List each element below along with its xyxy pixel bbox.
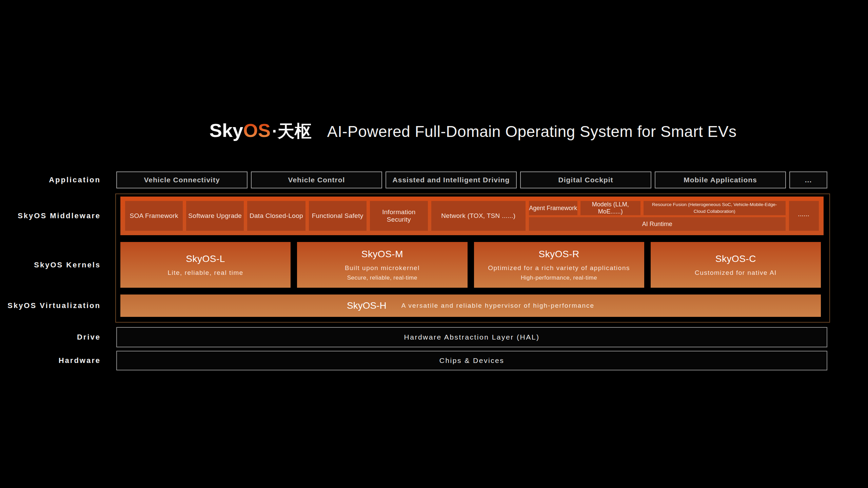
hardware-chips-devices-box: Chips & Devices [116, 351, 827, 370]
kernels-layer-row: SkyOS-L Lite, reliable, real time SkyOS-… [120, 242, 821, 288]
app-box-assisted-intelligent-driving: Assisted and Intelligent Driving [386, 171, 517, 188]
kernel-description: Customized for native AI [695, 269, 777, 277]
title-subtitle: AI-Powered Full-Domain Operating System … [327, 122, 737, 141]
middleware-functional-safety: Functional Safety [309, 201, 367, 231]
app-box-vehicle-connectivity: Vehicle Connectivity [116, 171, 248, 188]
kernel-name: SkyOS-C [715, 253, 756, 264]
middleware-software-upgrade: Software Upgrade [186, 201, 244, 231]
middleware-resource-fusion: Resource Fusion (Heterogeneous SoC, Vehi… [644, 201, 786, 215]
middleware-models: Models (LLM, MoE......) [580, 201, 640, 215]
logo-os-text: OS [243, 119, 271, 141]
kernel-skyos-l: SkyOS-L Lite, reliable, real time [120, 242, 291, 288]
application-layer-row: Vehicle Connectivity Vehicle Control Ass… [116, 171, 827, 188]
kernel-skyos-r: SkyOS-R Optimized for a rich variety of … [474, 242, 644, 288]
middleware-data-closed-loop: Data Closed-Loop [247, 201, 305, 231]
middleware-ai-runtime: AI Runtime [529, 217, 786, 231]
kernel-description-2: High-performance, real-time [521, 274, 597, 281]
kernel-description: Built upon microkernel [345, 264, 420, 272]
layer-label-virtualization: SkyOS Virtualization [0, 294, 101, 317]
virtualization-name: SkyOS-H [347, 300, 387, 311]
virtualization-description: A versatile and reliable hypervisor of h… [401, 302, 594, 309]
kernel-description: Lite, reliable, real time [167, 269, 243, 277]
app-box-vehicle-control: Vehicle Control [251, 171, 382, 188]
layer-label-middleware: SkyOS Middleware [0, 197, 101, 235]
drive-hal-box: Hardware Abstraction Layer (HAL) [116, 327, 827, 347]
kernel-skyos-c: SkyOS-C Customized for native AI [651, 242, 821, 288]
middleware-layer-bar: SOA Framework Software Upgrade Data Clos… [120, 197, 824, 235]
skyos-architecture-diagram: Sky OS ·天枢 AI-Powered Full-Domain Operat… [0, 0, 868, 488]
app-box-mobile-applications: Mobile Applications [655, 171, 786, 188]
kernel-name: SkyOS-L [186, 253, 225, 264]
layer-label-hardware: Hardware [0, 351, 101, 370]
virtualization-layer-bar: SkyOS-H A versatile and reliable hypervi… [120, 294, 821, 317]
logo-chinese-text: ·天枢 [272, 120, 312, 143]
page-title: Sky OS ·天枢 AI-Powered Full-Domain Operat… [116, 119, 830, 143]
kernel-description-2: Secure, reliable, real-time [347, 274, 417, 281]
layer-label-kernels: SkyOS Kernels [0, 242, 101, 288]
kernel-name: SkyOS-R [539, 249, 579, 260]
middleware-more-ellipsis: ······ [789, 201, 819, 231]
middleware-information-security: Information Security [370, 201, 428, 231]
middleware-agent-framework: Agent Framework [529, 201, 577, 215]
logo-sky-text: Sky [210, 119, 243, 141]
middleware-soa-framework: SOA Framework [125, 201, 183, 231]
app-box-digital-cockpit: Digital Cockpit [520, 171, 651, 188]
kernel-skyos-m: SkyOS-M Built upon microkernel Secure, r… [297, 242, 467, 288]
skyos-logo: Sky OS ·天枢 [210, 119, 312, 143]
middleware-network: Network (TOX, TSN ......) [431, 201, 526, 231]
layer-label-drive: Drive [0, 327, 101, 347]
app-box-more-ellipsis: ... [789, 171, 827, 188]
layer-label-application: Application [0, 171, 101, 188]
kernel-name: SkyOS-M [361, 249, 403, 260]
middleware-ai-top-row: Agent Framework Models (LLM, MoE......) … [529, 201, 786, 215]
kernel-description: Optimized for a rich variety of applicat… [488, 264, 630, 272]
middleware-ai-section: Agent Framework Models (LLM, MoE......) … [529, 201, 786, 231]
